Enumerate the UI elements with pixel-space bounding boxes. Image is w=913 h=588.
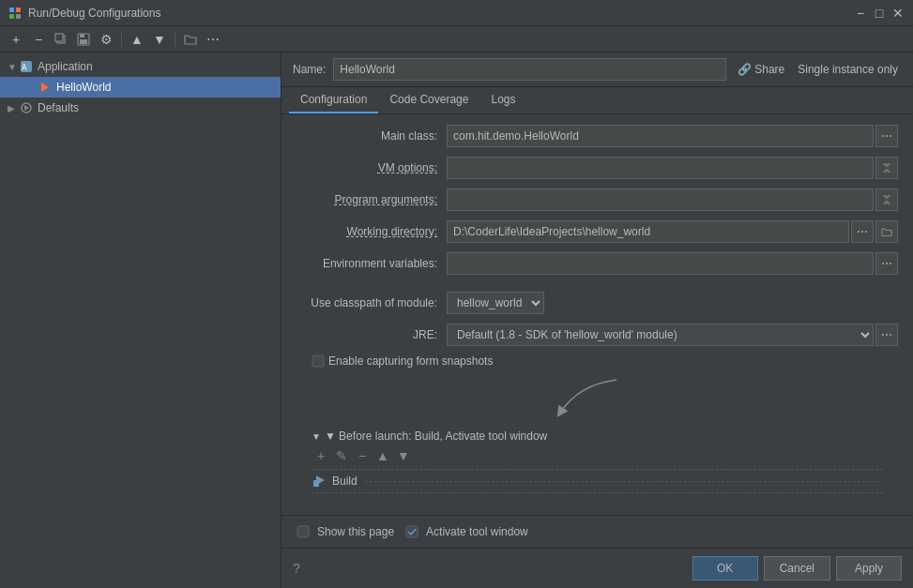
build-item-label: Build <box>332 475 358 488</box>
ok-button[interactable]: OK <box>692 556 758 580</box>
svg-marker-13 <box>24 105 29 111</box>
sidebar-defaults-item[interactable]: ▶ Defaults <box>0 98 281 118</box>
share-button[interactable]: 🔗 Share <box>734 61 788 78</box>
jre-browse-button[interactable]: ⋯ <box>875 324 898 346</box>
main-class-label: Main class: <box>297 129 447 143</box>
svg-text:A: A <box>22 63 27 72</box>
tabs: Configuration Code Coverage Logs <box>282 87 913 114</box>
toolbar-sep-1 <box>121 32 122 47</box>
build-divider-bottom <box>312 492 883 493</box>
enable-snapshots-row: Enable capturing form snapshots <box>297 354 898 368</box>
application-icon: A <box>19 59 34 74</box>
tab-code-coverage[interactable]: Code Coverage <box>378 87 479 113</box>
before-launch-edit-button[interactable]: ✎ <box>332 446 351 465</box>
helloworld-label: HelloWorld <box>56 81 111 94</box>
show-page-item: Show this page <box>297 525 394 538</box>
maximize-button[interactable]: □ <box>872 6 887 21</box>
env-vars-browse-button[interactable]: ⋯ <box>875 252 898 275</box>
before-launch-moveup-button[interactable]: ▲ <box>373 446 392 465</box>
bottom-checkboxes: Show this page Activate tool window <box>282 515 913 548</box>
jre-row: JRE: Default (1.8 - SDK of 'hellow_world… <box>297 323 898 347</box>
defaults-icon <box>19 100 34 115</box>
env-vars-label: Environment variables: <box>297 257 447 270</box>
before-launch-header[interactable]: ▼ ▼ Before launch: Build, Activate tool … <box>297 430 898 443</box>
name-label: Name: <box>293 63 326 76</box>
defaults-label: Defaults <box>38 101 79 114</box>
jre-select[interactable]: Default (1.8 - SDK of 'hellow_world' mod… <box>447 324 874 346</box>
application-label: Application <box>38 60 93 73</box>
before-launch-add-button[interactable]: + <box>312 446 330 465</box>
title-bar-controls: − □ ✕ <box>853 6 905 21</box>
svg-rect-8 <box>80 39 87 44</box>
config-area: Main class: ⋯ VM options: Pro <box>282 114 913 515</box>
title-bar-title: Run/Debug Configurations <box>28 7 853 20</box>
application-arrow-icon: ▼ <box>8 62 19 72</box>
dialog-footer: ? OK Cancel Apply <box>282 548 913 588</box>
enable-snapshots-label: Enable capturing form snapshots <box>328 354 493 368</box>
before-launch-toolbar: + ✎ − ▲ ▼ <box>312 446 898 465</box>
name-actions: 🔗 Share Single instance only <box>734 61 902 78</box>
svg-rect-0 <box>9 8 14 12</box>
program-args-input[interactable] <box>447 188 874 211</box>
defaults-arrow-icon: ▶ <box>8 103 19 113</box>
main-class-browse-button[interactable]: ⋯ <box>875 125 898 147</box>
main-class-input[interactable] <box>447 125 874 147</box>
before-launch-movedown-button[interactable]: ▼ <box>394 446 413 465</box>
name-input[interactable] <box>333 58 726 81</box>
title-bar: Run/Debug Configurations − □ ✕ <box>0 0 913 26</box>
before-launch-label: ▼ Before launch: Build, Activate tool wi… <box>325 430 547 443</box>
classpath-select[interactable]: hellow_world <box>447 292 544 314</box>
cancel-button[interactable]: Cancel <box>764 556 830 580</box>
sidebar: ▼ A Application HelloWorld <box>0 53 282 588</box>
copy-config-button[interactable] <box>51 29 71 50</box>
minimize-button[interactable]: − <box>853 6 868 21</box>
apply-button[interactable]: Apply <box>836 556 902 580</box>
jre-label: JRE: <box>297 328 447 341</box>
single-instance-button[interactable]: Single instance only <box>794 61 902 78</box>
name-bar: Name: 🔗 Share Single instance only <box>282 53 913 87</box>
title-bar-icon <box>8 6 23 21</box>
before-launch-remove-button[interactable]: − <box>353 446 372 465</box>
move-up-button[interactable]: ▲ <box>127 29 147 50</box>
build-divider-top <box>312 469 883 470</box>
working-dir-folder-button[interactable] <box>875 220 898 243</box>
vm-options-expand-button[interactable] <box>875 157 898 179</box>
svg-rect-1 <box>16 8 21 12</box>
sidebar-application-group[interactable]: ▼ A Application <box>0 56 281 77</box>
toolbar: + − ⚙ ▲ ▼ ⋯ <box>0 26 913 53</box>
activate-tool-item: Activate tool window <box>405 525 528 538</box>
settings-button[interactable]: ⚙ <box>96 29 116 50</box>
help-icon[interactable]: ? <box>293 561 300 576</box>
vm-options-label: VM options: <box>297 161 447 174</box>
vm-options-input[interactable] <box>447 157 874 179</box>
move-down-button[interactable]: ▼ <box>149 29 170 50</box>
close-button[interactable]: ✕ <box>890 6 905 21</box>
classpath-label: Use classpath of module: <box>297 296 447 309</box>
more-button[interactable]: ⋯ <box>203 29 223 50</box>
toolbar-sep-2 <box>175 32 175 47</box>
remove-config-button[interactable]: − <box>28 29 49 50</box>
svg-rect-2 <box>9 14 14 19</box>
env-vars-row: Environment variables: ⋯ <box>297 251 898 276</box>
content-area: Name: 🔗 Share Single instance only Confi… <box>282 53 913 588</box>
svg-rect-5 <box>55 34 63 41</box>
program-args-row: Program arguments: <box>297 188 898 212</box>
build-icon <box>312 474 327 489</box>
main-class-row: Main class: ⋯ <box>297 124 898 148</box>
folder-button[interactable] <box>180 29 201 50</box>
working-dir-browse-button[interactable]: ⋯ <box>851 220 874 243</box>
tab-configuration[interactable]: Configuration <box>289 87 378 113</box>
arrow-annotation <box>297 375 898 422</box>
program-args-expand-button[interactable] <box>875 188 898 211</box>
before-launch-arrow-icon: ▼ <box>312 431 321 442</box>
env-vars-input[interactable] <box>447 252 874 275</box>
working-dir-input[interactable] <box>447 220 849 243</box>
tab-logs[interactable]: Logs <box>479 87 526 113</box>
build-item[interactable]: Build <box>297 472 898 490</box>
add-config-button[interactable]: + <box>6 29 26 50</box>
sidebar-helloworld-item[interactable]: HelloWorld <box>0 77 281 98</box>
working-dir-label: Working directory: <box>297 225 447 238</box>
show-page-label: Show this page <box>317 525 394 538</box>
save-button[interactable] <box>73 29 94 50</box>
svg-marker-16 <box>316 475 325 485</box>
